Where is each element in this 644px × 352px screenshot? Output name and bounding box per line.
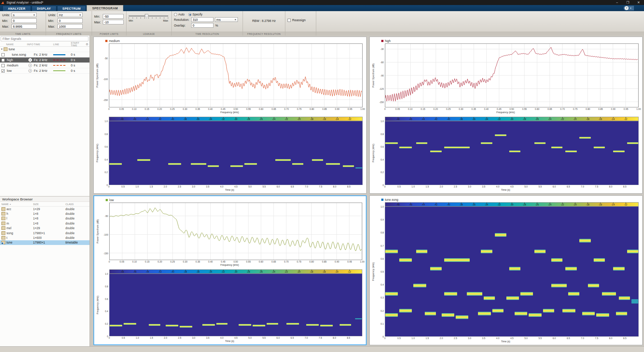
reassign-checkbox[interactable]	[288, 19, 291, 22]
colorbar-tick-label: -20	[295, 118, 303, 120]
legend-swatch	[106, 199, 108, 201]
signal-row-medium[interactable]: mediumiFs: 2 kHz0 s	[0, 63, 89, 68]
tab-analyzer[interactable]: ANALYZER	[3, 6, 31, 11]
display-panel-low[interactable]: lowPower Spectrum (dB)-50-100-15000.050.…	[93, 195, 367, 345]
display-panel-high[interactable]: highPower Spectrum (dB)-30-60-90-120-150…	[369, 37, 643, 194]
specify-radio-label[interactable]: Specify	[193, 13, 203, 16]
time-min-input[interactable]	[12, 18, 37, 23]
signal-group-row-tune[interactable]: ▼tune	[0, 47, 89, 52]
reassign-checkbox-label[interactable]: Reassign	[292, 18, 306, 22]
chevron-down-icon[interactable]: ▼	[629, 7, 633, 9]
col-start-time[interactable]: START TIME ⚙	[71, 42, 89, 47]
resolution-units-select[interactable]: ms▼	[215, 17, 238, 22]
x-tick-label: 2.5	[451, 337, 460, 339]
power-max-input[interactable]	[103, 20, 124, 24]
ws-col-class[interactable]: CLASS	[65, 203, 89, 205]
signal-row-tune.song[interactable]: tune.songFs: 2 kHz0 s	[0, 52, 89, 57]
close-button[interactable]: ✕	[633, 0, 644, 5]
col-line[interactable]: LINE	[53, 43, 71, 46]
high-power-spectrum-plot[interactable]	[385, 43, 639, 107]
note-segment	[399, 309, 412, 312]
line-style-sample[interactable]	[53, 65, 65, 66]
time-units-select[interactable]: s▼	[12, 13, 37, 17]
info-icon[interactable]: i	[28, 64, 32, 67]
x-tick-label: 1.5	[147, 185, 156, 188]
time-max-input[interactable]	[12, 24, 37, 29]
minimize-button[interactable]: –	[612, 0, 622, 5]
display-panel-tune.song[interactable]: tune.song-48-46-44-42-40-38-36-34-32-30-…	[369, 195, 643, 345]
note-segment	[208, 165, 219, 167]
auto-radio-label[interactable]: Auto	[178, 13, 185, 16]
sort-ascending-icon: ▲	[9, 203, 11, 205]
freq-min-input[interactable]	[58, 18, 83, 23]
tab-spectrogram[interactable]: SPECTROGRAM	[87, 5, 123, 11]
display-panel-medium[interactable]: mediumPower Spectrum (dB)-50-100-15000.0…	[93, 37, 367, 194]
medium-power-spectrum-plot[interactable]	[109, 43, 363, 107]
overlap-input[interactable]	[191, 23, 213, 28]
col-name[interactable]: NAME	[6, 43, 27, 46]
plot-checkbox-high[interactable]	[1, 59, 5, 62]
high-spectrogram[interactable]	[385, 121, 639, 185]
gear-icon[interactable]: ⚙	[86, 43, 88, 46]
workspace-row-acc[interactable]: acc1×29double	[0, 207, 89, 211]
note-segment	[594, 147, 605, 148]
workspace-row-t[interactable]: t1×600double	[0, 235, 89, 240]
variable-class: double	[65, 212, 89, 216]
x-tick-label: 0.80	[307, 108, 317, 110]
medium-spectrogram[interactable]	[109, 121, 363, 185]
table-icon	[4, 47, 8, 51]
note-segment	[413, 284, 426, 287]
x-tick-label: 5.0	[521, 185, 531, 188]
help-button[interactable]: ? ▼	[624, 6, 634, 10]
tab-spectrum[interactable]: SPECTRUM	[57, 6, 86, 11]
line-style-sample[interactable]	[53, 60, 65, 60]
note-segment	[202, 324, 215, 326]
info-icon[interactable]: i	[28, 58, 32, 62]
specify-radio[interactable]	[188, 13, 192, 16]
resolution-input[interactable]	[191, 17, 213, 22]
note-segment	[579, 239, 590, 242]
power-min-input[interactable]	[103, 14, 124, 19]
leakage-slider[interactable]: Min Max	[129, 15, 168, 22]
info-icon[interactable]: i	[28, 69, 32, 73]
workspace-row-h[interactable]: h1×8double	[0, 211, 89, 216]
x-tick-label: 0.50	[231, 108, 240, 110]
leakage-slider-track[interactable]	[129, 15, 168, 17]
colorbar-tick-label: -16	[320, 118, 328, 120]
variable-name: t	[6, 236, 7, 240]
tab-display[interactable]: DISPLAY	[32, 6, 56, 11]
restore-button[interactable]: ❐	[622, 0, 633, 5]
freq-max-input[interactable]	[58, 24, 83, 29]
workspace-row-song[interactable]: song17980×1double	[0, 231, 89, 235]
workspace-row-l[interactable]: l1×8double	[0, 216, 89, 221]
variable-name: m	[6, 222, 9, 225]
workspace-row-mel[interactable]: mel1×29double	[0, 226, 89, 231]
signal-analyzer-app: Signal Analyzer - untitled* – ❐ ✕ ANALYZ…	[0, 0, 644, 352]
freq-units-select[interactable]: Hz▼	[58, 13, 83, 17]
auto-radio[interactable]	[174, 13, 177, 16]
workspace-row-m[interactable]: m1×8double	[0, 221, 89, 226]
line-style-sample[interactable]	[53, 70, 65, 71]
col-time[interactable]: TIME	[34, 43, 53, 46]
filter-signals-input[interactable]	[1, 36, 88, 41]
expand-collapse-icon[interactable]: ▼	[1, 48, 3, 50]
chevron-down-icon: ▼	[79, 14, 81, 16]
note-segment	[520, 292, 533, 296]
signal-row-high[interactable]: highiFs: 2 kHz0 s	[0, 57, 89, 63]
ws-col-name[interactable]: NAME ▲	[0, 203, 33, 205]
plot-checkbox-low[interactable]: ✓	[1, 69, 5, 73]
plot-checkbox-tune.song[interactable]	[1, 53, 5, 56]
ws-col-size[interactable]: SIZE	[33, 203, 65, 205]
tune.song-spectrogram[interactable]	[385, 207, 639, 337]
col-info[interactable]: INFO	[27, 43, 34, 46]
note-segment	[306, 324, 319, 326]
workspace-row-tune[interactable]: tune17980×1timetable	[0, 240, 89, 245]
plot-checkbox-medium[interactable]	[1, 64, 5, 67]
low-spectrogram[interactable]	[109, 274, 362, 336]
x-tick-label: 0	[380, 108, 390, 110]
low-power-spectrum-plot[interactable]	[109, 203, 362, 260]
line-style-sample[interactable]	[53, 54, 65, 55]
signal-row-low[interactable]: ✓lowiFs: 2 kHz0 s	[0, 68, 89, 74]
x-tick-label: 6.5	[288, 185, 297, 188]
help-icon[interactable]: ?	[625, 6, 629, 10]
